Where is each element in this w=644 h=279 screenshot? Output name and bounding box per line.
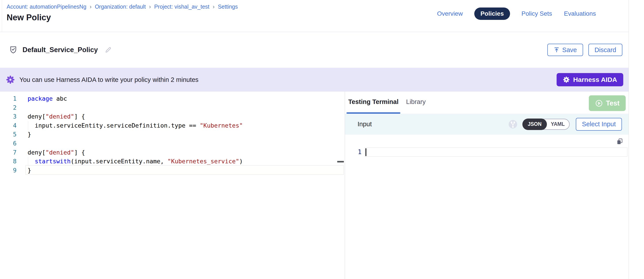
code-text: }	[28, 130, 31, 139]
breadcrumb-chevron-icon: ›	[213, 4, 214, 10]
harness-aida-button-label: Harness AIDA	[573, 76, 617, 84]
line-number: 5	[0, 130, 16, 139]
tab-evaluations[interactable]: Evaluations	[564, 8, 596, 20]
play-circle-icon	[595, 99, 603, 107]
discard-button-label: Discard	[594, 46, 616, 54]
left-edge-divider	[2, 0, 2, 32]
code-line[interactable]: 4 input.serviceEntity.serviceDefinition.…	[0, 121, 344, 130]
harness-aida-button[interactable]: Harness AIDA	[556, 73, 623, 86]
right-edge-divider	[628, 0, 629, 279]
policy-toolbar: Default_Service_Policy Save Discard	[0, 32, 628, 68]
line-number: 3	[0, 112, 16, 121]
test-button[interactable]: Test	[589, 95, 626, 111]
tab-policies[interactable]: Policies	[474, 8, 510, 20]
shield-check-icon	[9, 45, 18, 55]
aida-banner: You can use Harness AIDA to write your p…	[0, 68, 628, 92]
code-text: }	[28, 166, 31, 175]
format-option-yaml[interactable]: YAML	[546, 119, 569, 130]
aida-flower-icon	[6, 75, 15, 84]
code-text: package abc	[28, 94, 67, 103]
input-line-number: 1	[349, 148, 362, 156]
line-number: 4	[0, 121, 16, 130]
format-option-json[interactable]: JSON	[522, 118, 547, 130]
tab-overview[interactable]: Overview	[436, 8, 463, 20]
line-number: 9	[0, 166, 16, 175]
policy-editor-page: Account: automationPipelinesNg › Organiz…	[0, 0, 644, 279]
header-tabs: Overview Policies Policy Sets Evaluation…	[436, 8, 596, 20]
testing-panel: Testing Terminal Library Test Input	[345, 92, 628, 279]
code-line[interactable]: 5}	[0, 130, 344, 139]
code-line[interactable]: 1package abc	[0, 94, 344, 103]
code-line[interactable]: 7deny["denied"] {	[0, 148, 344, 157]
test-button-label: Test	[606, 99, 620, 107]
copy-icon[interactable]	[616, 138, 623, 146]
fork-icon	[508, 120, 518, 129]
breadcrumb-account-link[interactable]: Account: automationPipelinesNg	[6, 4, 86, 10]
discard-button[interactable]: Discard	[588, 44, 622, 56]
page-header: Account: automationPipelinesNg › Organiz…	[0, 0, 628, 32]
code-line[interactable]: 9}	[0, 166, 344, 175]
code-line[interactable]: 2	[0, 103, 344, 112]
pencil-icon	[104, 46, 112, 54]
save-button-label: Save	[562, 46, 577, 54]
breadcrumb: Account: automationPipelinesNg › Organiz…	[6, 4, 238, 10]
line-number: 7	[0, 148, 16, 157]
input-section-label: Input	[358, 120, 372, 128]
code-line[interactable]: 8 startswith(input.serviceEntity.name, "…	[0, 157, 344, 166]
code-text: deny["denied"] {	[28, 148, 85, 157]
breadcrumb-settings-link[interactable]: Settings	[218, 4, 238, 10]
tab-library[interactable]: Library	[406, 98, 426, 106]
code-line[interactable]: 3deny["denied"] {	[0, 112, 344, 121]
page-title: New Policy	[6, 13, 51, 22]
code-text: startswith(input.serviceEntity.name, "Ku…	[28, 157, 243, 166]
editor-scrollbar-thumb[interactable]	[337, 161, 344, 162]
upload-icon	[554, 47, 560, 53]
tab-policy-sets[interactable]: Policy Sets	[521, 8, 553, 20]
code-line[interactable]: 6	[0, 139, 344, 148]
current-line-highlight	[364, 148, 628, 157]
tab-testing-terminal[interactable]: Testing Terminal	[348, 98, 398, 106]
input-header-row: Input JSON YAML Select Input	[345, 114, 628, 135]
code-text: input.serviceEntity.serviceDefinition.ty…	[28, 121, 243, 130]
breadcrumb-organization-link[interactable]: Organization: default	[95, 4, 146, 10]
breadcrumb-chevron-icon: ›	[90, 4, 91, 10]
aida-banner-message: You can use Harness AIDA to write your p…	[20, 76, 198, 84]
breadcrumb-chevron-icon: ›	[149, 4, 151, 10]
input-editor[interactable]: 1	[345, 135, 628, 279]
select-input-button[interactable]: Select Input	[576, 118, 622, 131]
line-number: 8	[0, 157, 16, 166]
code-lines: 1package abc23deny["denied"] {4 input.se…	[0, 94, 344, 175]
line-number: 6	[0, 139, 16, 148]
edit-policy-name-button[interactable]	[104, 46, 112, 54]
breadcrumb-project-link[interactable]: Project: vishal_av_test	[154, 4, 210, 10]
code-text: deny["denied"] {	[28, 112, 85, 121]
policy-name: Default_Service_Policy	[22, 46, 98, 54]
line-number: 2	[0, 103, 16, 112]
aida-flower-icon	[563, 76, 570, 83]
text-cursor	[366, 148, 366, 156]
save-button[interactable]: Save	[547, 44, 583, 56]
format-toggle: JSON YAML	[522, 119, 570, 130]
line-number: 1	[0, 94, 16, 103]
policy-code-editor[interactable]: 1package abc23deny["denied"] {4 input.se…	[0, 92, 345, 279]
